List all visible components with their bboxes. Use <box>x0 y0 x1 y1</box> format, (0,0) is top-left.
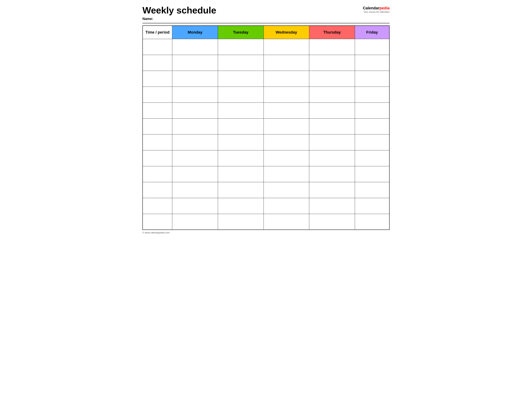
schedule-cell[interactable] <box>172 198 218 214</box>
table-row <box>143 55 389 71</box>
time-cell[interactable] <box>143 55 172 71</box>
schedule-cell[interactable] <box>355 182 389 198</box>
schedule-cell[interactable] <box>172 39 218 55</box>
header-row: Time / period Monday Tuesday Wednesday T… <box>143 26 389 39</box>
schedule-cell[interactable] <box>172 87 218 103</box>
schedule-cell[interactable] <box>355 198 389 214</box>
schedule-cell[interactable] <box>218 103 264 118</box>
schedule-cell[interactable] <box>218 55 264 71</box>
schedule-cell[interactable] <box>355 39 389 55</box>
schedule-cell[interactable] <box>309 71 355 87</box>
schedule-cell[interactable] <box>355 118 389 134</box>
schedule-cell[interactable] <box>218 182 264 198</box>
divider-line <box>142 23 390 23</box>
table-row <box>143 118 389 134</box>
schedule-cell[interactable] <box>218 118 264 134</box>
schedule-cell[interactable] <box>172 55 218 71</box>
schedule-table: Time / period Monday Tuesday Wednesday T… <box>142 26 390 230</box>
logo-text: Calendarpedia <box>363 6 390 10</box>
schedule-cell[interactable] <box>172 134 218 150</box>
header-section: Weekly schedule Name: Calendarpedia Your… <box>142 5 390 21</box>
time-cell[interactable] <box>143 182 172 198</box>
schedule-cell[interactable] <box>172 214 218 230</box>
schedule-cell[interactable] <box>355 166 389 182</box>
schedule-cell[interactable] <box>264 103 309 118</box>
schedule-cell[interactable] <box>309 55 355 71</box>
col-header-time: Time / period <box>143 26 172 39</box>
schedule-body <box>143 39 389 230</box>
schedule-cell[interactable] <box>264 150 309 166</box>
schedule-cell[interactable] <box>218 71 264 87</box>
schedule-cell[interactable] <box>309 87 355 103</box>
schedule-cell[interactable] <box>309 198 355 214</box>
schedule-cell[interactable] <box>172 182 218 198</box>
time-cell[interactable] <box>143 214 172 230</box>
schedule-cell[interactable] <box>172 71 218 87</box>
schedule-cell[interactable] <box>309 182 355 198</box>
time-cell[interactable] <box>143 71 172 87</box>
time-cell[interactable] <box>143 150 172 166</box>
schedule-cell[interactable] <box>172 166 218 182</box>
schedule-cell[interactable] <box>355 87 389 103</box>
schedule-cell[interactable] <box>264 214 309 230</box>
schedule-cell[interactable] <box>309 166 355 182</box>
schedule-cell[interactable] <box>218 166 264 182</box>
schedule-cell[interactable] <box>264 118 309 134</box>
schedule-cell[interactable] <box>218 150 264 166</box>
table-row <box>143 166 389 182</box>
logo-area: Calendarpedia Your source for calendars <box>363 5 390 13</box>
time-cell[interactable] <box>143 134 172 150</box>
table-row <box>143 87 389 103</box>
logo-tagline: Your source for calendars <box>363 11 390 13</box>
schedule-cell[interactable] <box>218 198 264 214</box>
col-header-friday: Friday <box>355 26 389 39</box>
table-row <box>143 182 389 198</box>
table-row <box>143 214 389 230</box>
schedule-cell[interactable] <box>264 71 309 87</box>
time-cell[interactable] <box>143 103 172 118</box>
schedule-cell[interactable] <box>218 134 264 150</box>
schedule-cell[interactable] <box>309 103 355 118</box>
schedule-cell[interactable] <box>264 134 309 150</box>
schedule-cell[interactable] <box>172 118 218 134</box>
copyright-text: © www.calendarpedia.com <box>142 231 170 234</box>
name-label: Name: <box>142 17 363 21</box>
title-area: Weekly schedule Name: <box>142 5 363 21</box>
table-row <box>143 150 389 166</box>
schedule-cell[interactable] <box>355 55 389 71</box>
table-row <box>143 39 389 55</box>
table-row <box>143 198 389 214</box>
time-cell[interactable] <box>143 39 172 55</box>
schedule-cell[interactable] <box>355 103 389 118</box>
schedule-cell[interactable] <box>355 71 389 87</box>
schedule-cell[interactable] <box>309 118 355 134</box>
schedule-cell[interactable] <box>264 39 309 55</box>
schedule-cell[interactable] <box>264 55 309 71</box>
footer-section: © www.calendarpedia.com <box>142 231 390 234</box>
logo-calendar: Calendar <box>363 6 379 10</box>
schedule-cell[interactable] <box>218 39 264 55</box>
table-row <box>143 71 389 87</box>
schedule-cell[interactable] <box>309 150 355 166</box>
schedule-cell[interactable] <box>172 150 218 166</box>
logo-pedia: pedia <box>380 6 390 10</box>
col-header-tuesday: Tuesday <box>218 26 264 39</box>
schedule-cell[interactable] <box>264 198 309 214</box>
table-row <box>143 134 389 150</box>
time-cell[interactable] <box>143 166 172 182</box>
time-cell[interactable] <box>143 87 172 103</box>
schedule-cell[interactable] <box>309 134 355 150</box>
schedule-cell[interactable] <box>355 214 389 230</box>
schedule-cell[interactable] <box>172 103 218 118</box>
schedule-cell[interactable] <box>218 214 264 230</box>
schedule-cell[interactable] <box>355 150 389 166</box>
time-cell[interactable] <box>143 118 172 134</box>
time-cell[interactable] <box>143 198 172 214</box>
schedule-cell[interactable] <box>264 166 309 182</box>
schedule-cell[interactable] <box>309 214 355 230</box>
schedule-cell[interactable] <box>355 134 389 150</box>
schedule-cell[interactable] <box>264 182 309 198</box>
schedule-cell[interactable] <box>309 39 355 55</box>
schedule-cell[interactable] <box>264 87 309 103</box>
schedule-cell[interactable] <box>218 87 264 103</box>
